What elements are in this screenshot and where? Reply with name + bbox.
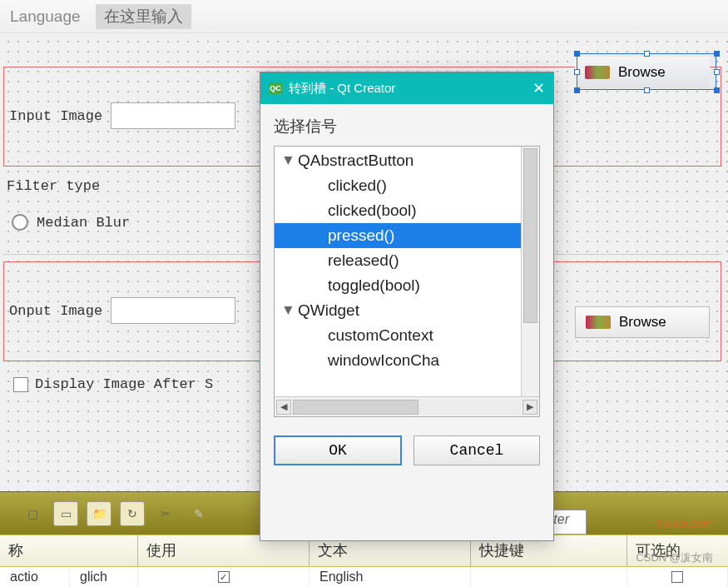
widget-selection-outline	[577, 53, 716, 90]
tool-icon-1[interactable]: ▢	[20, 501, 45, 526]
tree-parent-qwidget[interactable]: ▶QWidget	[275, 298, 539, 323]
signal-tree: ▶QAbstractButton clicked() clicked(bool)…	[274, 146, 540, 417]
refresh-icon[interactable]: ↻	[120, 501, 145, 526]
menu-placeholder-input[interactable]: 在这里输入	[96, 4, 191, 29]
scroll-right-icon[interactable]: ▶	[522, 400, 537, 415]
optional-checkbox[interactable]	[671, 571, 683, 583]
resize-handle-e[interactable]	[714, 69, 720, 75]
tree-item-clicked[interactable]: clicked()	[275, 173, 539, 198]
close-icon[interactable]: ✕	[532, 79, 545, 97]
scrollbar-thumb[interactable]	[293, 400, 418, 415]
ok-button[interactable]: OK	[274, 435, 402, 465]
menu-language[interactable]: Language	[10, 7, 81, 26]
output-image-field[interactable]	[111, 297, 235, 324]
actions-table-row[interactable]: actio glich English	[0, 567, 728, 587]
browse-label: Browse	[619, 314, 666, 331]
tree-item-released[interactable]: released()	[275, 248, 539, 273]
input-image-label: Input Image	[9, 108, 102, 124]
settings-icon[interactable]: ✎	[186, 501, 211, 526]
use-checkbox[interactable]	[218, 571, 230, 583]
open-file-icon[interactable]: 📁	[87, 501, 111, 526]
output-image-label: Onput Image	[9, 303, 102, 319]
resize-handle-w[interactable]	[574, 69, 580, 75]
cell-text: English	[310, 567, 471, 587]
display-after-checkbox[interactable]	[13, 377, 28, 392]
resize-handle-s[interactable]	[644, 87, 650, 93]
tree-item-pressed[interactable]: pressed()	[275, 223, 539, 248]
image-icon	[586, 316, 611, 329]
cut-icon[interactable]: ✂	[153, 501, 178, 526]
cell-name-2: glich	[70, 567, 138, 587]
new-file-icon[interactable]: ▭	[53, 501, 78, 526]
display-after-label: Display Image After S	[35, 376, 213, 392]
dialog-title-text: 转到槽 - Qt Creator	[289, 81, 395, 97]
median-blur-label: Median Blur	[37, 215, 130, 231]
watermark-csdn: CSDN @泼女南	[636, 550, 713, 565]
caret-down-icon: ▶	[276, 157, 301, 165]
input-image-field[interactable]	[111, 102, 235, 129]
output-browse-button[interactable]: Browse	[575, 306, 710, 338]
resize-handle-sw[interactable]	[574, 87, 580, 93]
cell-name-1: actio	[0, 567, 70, 587]
menubar: Language 在这里输入	[0, 0, 728, 33]
tree-parent-qabstractbutton[interactable]: ▶QAbstractButton	[275, 148, 539, 173]
tree-item-toggled[interactable]: toggled(bool)	[275, 273, 539, 298]
resize-handle-nw[interactable]	[574, 51, 580, 57]
col-name[interactable]: 称	[0, 535, 138, 566]
scrollbar-thumb[interactable]	[523, 148, 537, 323]
qt-creator-icon: QC	[269, 82, 282, 94]
dialog-button-row: OK Cancel	[260, 429, 553, 477]
tree-item-clicked-bool[interactable]: clicked(bool)	[275, 198, 539, 223]
tree-item-customcontext[interactable]: customContext	[275, 323, 539, 348]
watermark-yuucn: Yuucn.com	[656, 517, 713, 530]
select-signal-label: 选择信号	[260, 104, 553, 146]
tree-item-windowiconchanged[interactable]: windowIconCha	[275, 348, 539, 373]
vertical-scrollbar[interactable]	[521, 147, 539, 396]
caret-down-icon: ▶	[276, 306, 301, 315]
cancel-button[interactable]: Cancel	[414, 435, 540, 465]
resize-handle-ne[interactable]	[714, 51, 720, 57]
resize-handle-se[interactable]	[714, 87, 720, 93]
median-blur-radio[interactable]	[12, 214, 28, 231]
resize-handle-n[interactable]	[644, 51, 650, 57]
go-to-slot-dialog: QC 转到槽 - Qt Creator ✕ 选择信号 ▶QAbstractBut…	[260, 72, 554, 541]
horizontal-scrollbar[interactable]: ◀ ▶	[275, 396, 539, 416]
scroll-left-icon[interactable]: ◀	[276, 400, 291, 415]
dialog-titlebar[interactable]: QC 转到槽 - Qt Creator ✕	[260, 72, 553, 104]
